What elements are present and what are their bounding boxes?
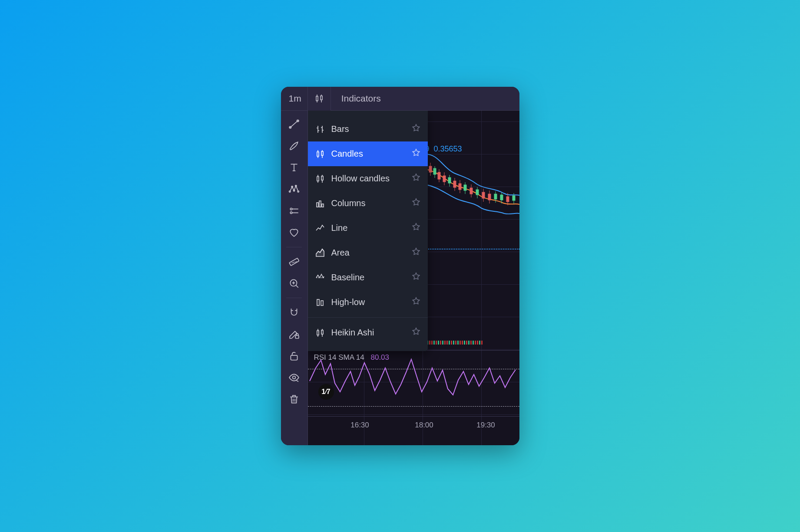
svg-rect-41	[500, 195, 503, 200]
star-icon[interactable]	[411, 272, 421, 283]
delete-tool[interactable]	[284, 389, 304, 409]
chart-type-baseline[interactable]: Baseline	[308, 265, 428, 290]
svg-rect-21	[443, 176, 446, 182]
chart-type-button[interactable]	[308, 87, 331, 111]
chart-type-candles[interactable]: Candles	[308, 141, 428, 166]
columns-icon	[315, 198, 325, 209]
svg-rect-19	[438, 172, 440, 179]
star-icon[interactable]	[411, 296, 421, 308]
zoom-tool[interactable]	[284, 273, 304, 293]
ruler-icon	[288, 256, 300, 267]
measure-tool[interactable]	[284, 252, 304, 272]
trendline-icon	[288, 118, 300, 130]
time-axis: 16:30 18:00 19:30	[308, 416, 519, 433]
toolbar-separator	[286, 298, 302, 298]
indicators-button[interactable]: Indicators	[331, 87, 387, 111]
chart-type-heikin-ashi[interactable]: Heikin Ashi	[308, 320, 428, 345]
svg-point-7	[290, 208, 292, 210]
lock-drawings-tool[interactable]	[284, 324, 304, 344]
star-icon[interactable]	[411, 173, 421, 184]
star-icon[interactable]	[411, 123, 421, 135]
star-icon[interactable]	[411, 247, 421, 259]
menu-label: Baseline	[331, 273, 405, 282]
star-icon[interactable]	[411, 222, 421, 234]
favorites-tool[interactable]	[284, 223, 304, 243]
visibility-tool[interactable]	[284, 368, 304, 388]
svg-rect-31	[470, 188, 473, 194]
star-icon[interactable]	[411, 197, 421, 209]
indicators-label: Indicators	[341, 93, 381, 104]
toolbar-separator	[286, 247, 302, 247]
menu-label: Heikin Ashi	[331, 328, 405, 338]
menu-label: Area	[331, 248, 405, 258]
svg-rect-9	[289, 258, 299, 266]
svg-point-13	[293, 376, 296, 379]
svg-rect-17	[433, 168, 436, 174]
rsi-panel[interactable]: RSI 14 SMA 14 80.03	[308, 350, 519, 415]
star-icon[interactable]	[411, 327, 421, 338]
svg-rect-47	[319, 201, 321, 207]
baseline-icon	[315, 273, 325, 283]
line-icon	[315, 223, 325, 233]
menu-separator	[308, 317, 428, 318]
menu-label: Candles	[331, 149, 405, 159]
rsi-chart-svg	[308, 351, 519, 416]
svg-rect-35	[482, 192, 485, 198]
top-toolbar: 1m Indicators	[281, 87, 519, 111]
tradingview-badge[interactable]: 1⁄7	[318, 384, 334, 400]
svg-rect-50	[321, 301, 323, 305]
chart-window: 1m Indicators	[281, 87, 519, 445]
svg-rect-25	[453, 181, 456, 187]
forecast-icon	[288, 205, 300, 217]
forecast-tool[interactable]	[284, 201, 304, 221]
svg-rect-37	[488, 194, 491, 200]
hollow-candles-icon	[315, 174, 325, 184]
svg-rect-48	[322, 204, 324, 207]
chart-type-area[interactable]: Area	[308, 240, 428, 265]
patterns-icon	[288, 184, 300, 195]
tv-badge-text: 1⁄7	[321, 388, 330, 396]
svg-rect-33	[476, 190, 479, 195]
time-tick: 19:30	[476, 421, 495, 430]
svg-rect-12	[291, 355, 297, 360]
pencil-lock-icon	[288, 328, 300, 340]
svg-rect-49	[317, 299, 319, 305]
svg-rect-29	[464, 185, 466, 190]
unlock-tool[interactable]	[284, 346, 304, 366]
high-low-icon	[315, 297, 325, 308]
menu-label: Bars	[331, 124, 405, 134]
trash-icon	[288, 394, 300, 405]
svg-rect-27	[459, 184, 461, 190]
drawing-tools-sidebar	[281, 111, 308, 445]
text-icon	[288, 162, 300, 173]
menu-label: Hollow candles	[331, 174, 405, 184]
area-icon	[315, 248, 325, 258]
chart-type-hollow-candles[interactable]: Hollow candles	[308, 166, 428, 191]
timeframe-selector[interactable]: 1m	[283, 87, 308, 111]
candlestick-icon	[314, 93, 324, 104]
magnet-tool[interactable]	[284, 302, 304, 322]
svg-rect-15	[429, 166, 432, 172]
heikin-ashi-icon	[315, 328, 325, 338]
menu-label: Line	[331, 223, 405, 233]
brush-icon	[288, 140, 300, 151]
menu-label: High-low	[331, 297, 405, 307]
chart-type-high-low[interactable]: High-low	[308, 290, 428, 315]
chart-type-bars[interactable]: Bars	[308, 117, 428, 141]
svg-rect-39	[494, 194, 497, 199]
chart-type-line[interactable]: Line	[308, 216, 428, 240]
zoom-in-icon	[288, 278, 300, 289]
unlock-icon	[288, 350, 300, 361]
trendline-tool[interactable]	[284, 114, 304, 134]
star-icon[interactable]	[411, 148, 421, 160]
magnet-icon	[288, 307, 300, 318]
patterns-tool[interactable]	[284, 179, 304, 199]
chart-type-columns[interactable]: Columns	[308, 191, 428, 216]
timeframe-label: 1m	[289, 93, 301, 104]
chart-area[interactable]: 35890 C0.35915 +0 9 0.35653	[308, 111, 519, 445]
text-tool[interactable]	[284, 158, 304, 177]
svg-rect-43	[506, 197, 509, 202]
eye-icon	[288, 372, 300, 383]
time-tick: 16:30	[350, 421, 369, 430]
brush-tool[interactable]	[284, 136, 304, 156]
